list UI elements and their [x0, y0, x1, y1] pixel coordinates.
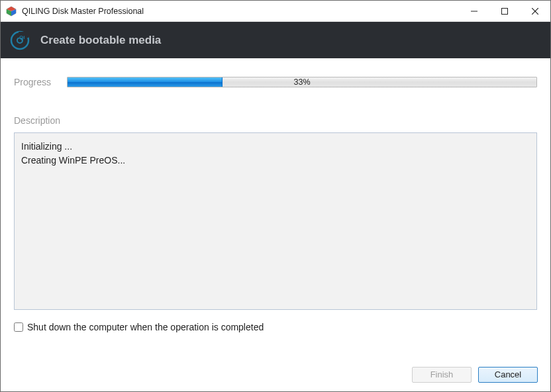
svg-text:Qi: Qi: [19, 34, 25, 40]
progress-bar: 33%: [67, 77, 537, 87]
app-icon: [6, 6, 17, 17]
cancel-button[interactable]: Cancel: [478, 367, 538, 383]
shutdown-label: Shut down the computer when the operatio…: [27, 322, 264, 332]
description-label: Description: [14, 115, 537, 126]
title-bar: QILING Disk Master Professional: [1, 1, 550, 22]
maximize-button[interactable]: [489, 1, 520, 22]
minimize-button[interactable]: [459, 1, 489, 22]
svg-rect-5: [502, 8, 508, 14]
disc-icon: Qi: [10, 30, 30, 50]
page-title: Create bootable media: [40, 34, 161, 47]
close-button[interactable]: [520, 1, 550, 22]
content-area: Progress 33% Description Initializing ..…: [1, 58, 550, 342]
page-header: Qi Create bootable media: [1, 22, 550, 58]
shutdown-checkbox[interactable]: [14, 322, 23, 332]
shutdown-checkbox-row[interactable]: Shut down the computer when the operatio…: [14, 322, 537, 332]
progress-row: Progress 33%: [14, 77, 537, 87]
finish-button: Finish: [412, 367, 472, 383]
footer-buttons: Finish Cancel: [412, 367, 538, 383]
description-log: Initializing ... Creating WinPE PreOS...: [14, 132, 537, 310]
progress-label: Progress: [14, 77, 55, 87]
progress-percent-text: 33%: [68, 77, 536, 87]
window-title: QILING Disk Master Professional: [22, 7, 144, 16]
